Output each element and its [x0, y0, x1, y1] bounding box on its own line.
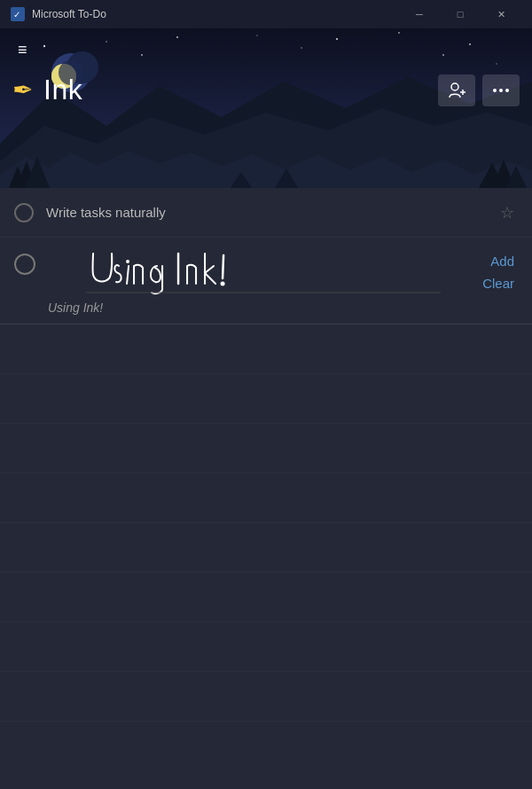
empty-task-row-6 [0, 573, 532, 622]
more-options-button[interactable] [482, 74, 520, 106]
empty-task-row-4 [0, 473, 532, 523]
ink-input-row: Using Ink! Add Clear [0, 238, 532, 324]
task-complete-button[interactable] [14, 203, 34, 223]
main-content: Write tasks naturally ☆ [0, 188, 532, 789]
ink-task-complete-button[interactable] [14, 254, 35, 275]
menu-bar: ≡ [0, 28, 532, 68]
clear-button[interactable]: Clear [479, 274, 518, 293]
minimize-button[interactable]: ─ [399, 0, 440, 28]
empty-task-row-1 [0, 324, 532, 374]
list-header: ✒ Ink [0, 68, 532, 115]
list-icon: ✒ [12, 75, 33, 105]
svg-point-37 [126, 260, 129, 263]
svg-point-34 [493, 89, 497, 92]
svg-text:✓: ✓ [13, 10, 20, 20]
add-person-button[interactable] [438, 74, 475, 106]
maximize-button[interactable]: □ [440, 0, 481, 28]
task-text: Write tasks naturally [46, 205, 497, 220]
empty-task-row-3 [0, 424, 532, 473]
svg-point-31 [451, 83, 458, 90]
app-icon: ✓ [11, 7, 25, 21]
more-options-icon [493, 89, 509, 92]
empty-task-row-8 [0, 672, 532, 722]
ink-actions: Add Clear [479, 246, 518, 293]
app-title: Microsoft To-Do [32, 8, 399, 20]
star-icon[interactable]: ☆ [497, 201, 518, 224]
app-header: ≡ ✒ Ink [0, 28, 532, 115]
svg-point-35 [499, 89, 503, 92]
close-button[interactable]: ✕ [481, 0, 521, 28]
title-bar: ✓ Microsoft To-Do ─ □ ✕ [0, 0, 532, 28]
hamburger-button[interactable]: ≡ [12, 37, 33, 63]
window-controls: ─ □ ✕ [399, 0, 521, 28]
svg-point-38 [221, 282, 225, 286]
empty-task-row-2 [0, 374, 532, 424]
list-title: Ink [43, 74, 438, 106]
empty-task-row-5 [0, 523, 532, 573]
task-row: Write tasks naturally ☆ [0, 188, 532, 238]
empty-task-area [0, 324, 532, 789]
header-actions [438, 74, 520, 106]
hero-banner: ≡ ✒ Ink [0, 28, 532, 188]
ink-handwriting-svg[interactable] [48, 246, 479, 295]
add-button[interactable]: Add [487, 252, 518, 270]
ink-area: Using Ink! [48, 246, 479, 324]
ink-preview-text: Using Ink! [48, 295, 479, 324]
svg-point-36 [505, 89, 509, 92]
add-person-icon [448, 82, 466, 98]
empty-task-row-7 [0, 622, 532, 672]
